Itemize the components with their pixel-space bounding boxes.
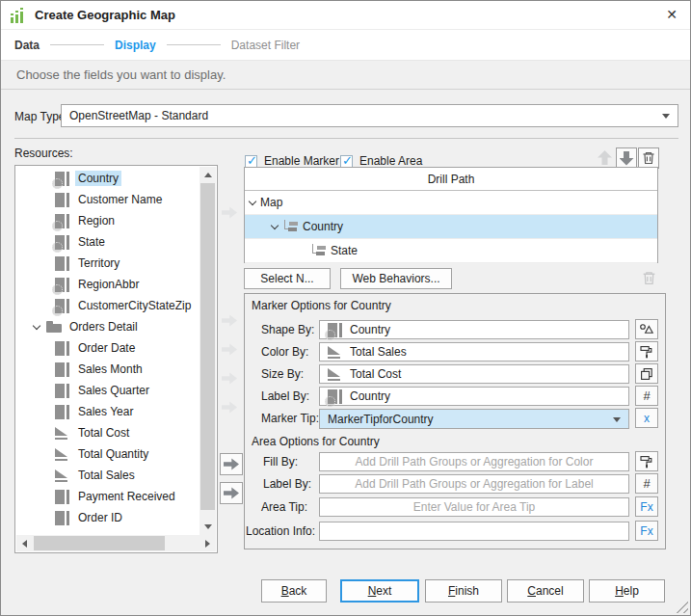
- scroll-down-icon[interactable]: [199, 519, 216, 535]
- shape-by-options-button[interactable]: [635, 319, 658, 339]
- tab-data[interactable]: Data: [14, 39, 40, 52]
- fill-by-field[interactable]: Add Drill Path Groups or Aggregation for…: [319, 452, 629, 471]
- drill-row-state[interactable]: State: [245, 239, 657, 263]
- area-tip-input[interactable]: [320, 498, 628, 516]
- size-by-field[interactable]: Total Cost: [319, 364, 629, 384]
- scroll-left-icon[interactable]: [16, 535, 33, 551]
- scrollbar-thumb[interactable]: [200, 183, 215, 510]
- tree-item-label: Sales Quarter: [75, 383, 152, 398]
- next-button[interactable]: Next: [340, 579, 419, 603]
- folder-icon: [46, 320, 61, 335]
- marker-tip-clear-button[interactable]: x: [635, 408, 658, 428]
- location-info-label: Location Info:: [246, 524, 315, 538]
- scrollbar-thumb[interactable]: [34, 536, 165, 550]
- tree-item-customer-name[interactable]: Customer Name: [16, 189, 199, 210]
- hierarchy-icon: [310, 244, 327, 257]
- tree-item-customercitystatezip[interactable]: CustomerCityStateZip: [16, 295, 199, 316]
- resize-grip[interactable]: [676, 601, 688, 613]
- geo-dimension-icon: [328, 323, 342, 337]
- tree-item-region[interactable]: Region: [16, 210, 199, 231]
- tree-item-total-quantity[interactable]: Total Quantity: [16, 443, 199, 465]
- label-by-options-button[interactable]: #: [635, 386, 658, 406]
- finish-button[interactable]: Finish: [425, 579, 502, 603]
- size-by-options-button[interactable]: [635, 363, 658, 384]
- move-down-button[interactable]: [616, 147, 637, 169]
- geo-dimension-icon: [328, 389, 342, 404]
- area-label-by-field[interactable]: Add Drill Path Groups or Aggregation for…: [319, 474, 629, 494]
- tree-item-country[interactable]: Country: [16, 168, 199, 189]
- tree-item-orders-detail[interactable]: Orders Detail: [16, 316, 199, 337]
- transfer-arrow-icon: [222, 206, 237, 219]
- transfer-arrow-icon: [222, 372, 237, 385]
- back-button[interactable]: Back: [261, 579, 327, 603]
- label-by-field[interactable]: Country: [319, 387, 629, 406]
- geo-dimension-icon: [55, 214, 69, 228]
- color-by-options-button[interactable]: [635, 341, 658, 362]
- tree-item-regionabbr[interactable]: RegionAbbr: [16, 274, 199, 295]
- transfer-arrow-icon: [222, 401, 237, 414]
- tree-item-total-sales[interactable]: Total Sales: [16, 465, 199, 486]
- area-label-by-label: Label By:: [263, 477, 311, 491]
- tree-item-order-id[interactable]: Order ID: [16, 507, 199, 528]
- color-by-field[interactable]: Total Sales: [319, 342, 629, 362]
- color-by-value: Total Sales: [350, 345, 407, 359]
- tree-item-label: RegionAbbr: [75, 277, 142, 292]
- chevron-down-icon[interactable]: [270, 222, 280, 232]
- tree-item-sales-month[interactable]: Sales Month: [16, 359, 199, 380]
- map-type-select[interactable]: OpenStreetMap - Standard: [61, 104, 678, 127]
- tree-item-order-date[interactable]: Order Date: [16, 337, 199, 359]
- drill-row-country[interactable]: Country: [245, 215, 657, 239]
- tree-item-payment-received[interactable]: Payment Received: [16, 486, 199, 507]
- location-info-field: [319, 522, 629, 541]
- overlap-squares-icon: [639, 366, 654, 382]
- help-button[interactable]: Help: [589, 579, 665, 603]
- marker-tip-dropdown[interactable]: MarkerTipforCountry: [319, 409, 629, 429]
- transfer-arrow-icon: [224, 458, 239, 470]
- dimension-icon: [55, 256, 69, 271]
- area-label-by-options-button[interactable]: #: [635, 473, 658, 494]
- enable-area-checkbox[interactable]: [340, 155, 353, 168]
- fill-by-label: Fill By:: [263, 455, 298, 469]
- transfer-to-fill-by-button[interactable]: [220, 453, 243, 475]
- vertical-scrollbar[interactable]: [199, 167, 216, 535]
- dimension-icon: [55, 490, 69, 504]
- transfer-to-label-by-button[interactable]: [220, 482, 243, 504]
- trash-icon-disabled: [641, 270, 657, 286]
- drill-row-map[interactable]: Map: [245, 191, 657, 215]
- tree-item-sales-quarter[interactable]: Sales Quarter: [16, 380, 199, 401]
- scroll-up-icon[interactable]: [199, 167, 216, 183]
- fill-by-options-button[interactable]: [635, 451, 658, 471]
- tree-item-label: Orders Detail: [66, 319, 141, 335]
- chevron-down-icon[interactable]: [32, 322, 42, 333]
- delete-drill-button[interactable]: [638, 147, 659, 169]
- title-bar: Create Geographic Map ✕: [1, 1, 690, 30]
- enable-area-row: Enable Area: [340, 154, 422, 168]
- scroll-right-icon[interactable]: [199, 535, 216, 551]
- paint-roller-icon: [639, 454, 654, 469]
- tab-dataset-filter[interactable]: Dataset Filter: [231, 39, 300, 52]
- move-up-icon: [598, 150, 612, 165]
- area-tip-field: [319, 497, 629, 517]
- tree-item-territory[interactable]: Territory: [16, 253, 199, 274]
- tree-item-label: CustomerCityStateZip: [75, 298, 194, 313]
- close-icon[interactable]: ✕: [663, 6, 680, 23]
- fx-icon: Fx: [640, 524, 652, 538]
- location-info-input[interactable]: [320, 522, 628, 540]
- enable-marker-checkbox[interactable]: [245, 155, 257, 168]
- transfer-arrow-icon: [224, 487, 239, 499]
- select-n-button[interactable]: Select N...: [244, 268, 331, 289]
- shape-by-field[interactable]: Country: [319, 320, 629, 339]
- chevron-down-icon[interactable]: [248, 198, 258, 208]
- tree-item-total-cost[interactable]: Total Cost: [16, 422, 199, 443]
- tree-item-label: Sales Year: [75, 404, 136, 419]
- tab-display[interactable]: Display: [115, 39, 156, 52]
- area-tip-formula-button[interactable]: Fx: [635, 496, 658, 517]
- tree-item-state[interactable]: State: [16, 231, 199, 253]
- tree-item-sales-year[interactable]: Sales Year: [16, 401, 199, 422]
- location-info-formula-button[interactable]: Fx: [635, 521, 658, 541]
- enable-marker-row: Enable Marker: [245, 154, 339, 168]
- web-behaviors-button[interactable]: Web Behaviors...: [340, 268, 452, 289]
- horizontal-scrollbar[interactable]: [16, 535, 216, 551]
- cancel-button[interactable]: Cancel: [507, 579, 584, 603]
- measure-icon: [55, 469, 69, 483]
